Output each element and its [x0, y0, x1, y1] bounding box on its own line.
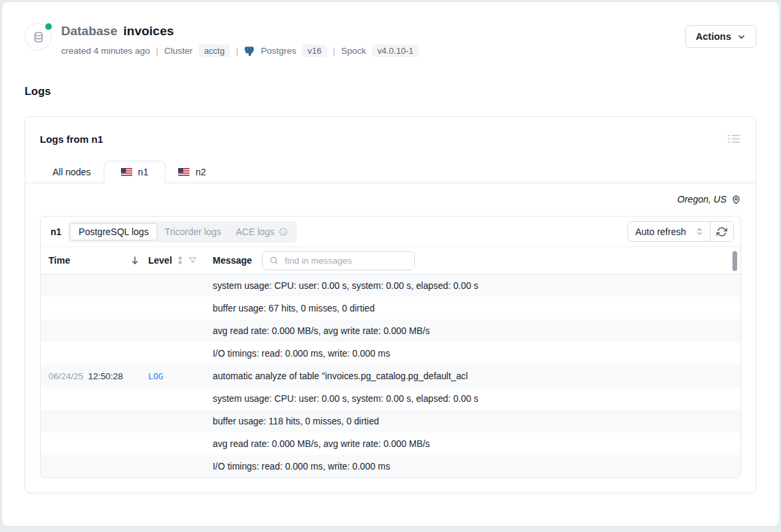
- tab-tricorder-logs[interactable]: Tricorder logs: [158, 223, 229, 240]
- tab-label: All nodes: [53, 167, 91, 177]
- database-icon: [32, 31, 45, 44]
- row-level: LOG: [148, 371, 164, 381]
- info-icon[interactable]: [279, 227, 288, 236]
- search-input[interactable]: [283, 255, 407, 266]
- separator: |: [156, 46, 159, 56]
- section-title: Logs: [25, 85, 779, 98]
- tab-n2[interactable]: n2: [166, 161, 219, 183]
- location-pin-icon: [731, 195, 741, 205]
- refresh-button[interactable]: [711, 222, 733, 241]
- meta-line: created 4 minutes ago | Cluster acctg | …: [61, 44, 419, 57]
- logs-card-header: Logs from n1: [25, 117, 756, 161]
- header-left: Database invoices created 4 minutes ago …: [25, 23, 419, 57]
- spock-label: Spock: [341, 46, 366, 56]
- table-row: system usage: CPU: user: 0.00 s, system:…: [41, 274, 740, 297]
- column-time: Time: [49, 255, 148, 266]
- spock-version-badge: v4.0.10-1: [372, 44, 419, 57]
- search-icon: [269, 256, 279, 265]
- logs-panel: n1 PostgreSQL logs Tricorder logs ACE lo…: [40, 216, 741, 478]
- logs-card: Logs from n1 All nodes: [25, 116, 756, 493]
- refresh-icon: [717, 226, 727, 237]
- sort-desc-icon[interactable]: [131, 256, 139, 265]
- postgres-icon: [244, 45, 256, 57]
- table-row: buffer usage: 67 hits, 0 misses, 0 dirti…: [41, 297, 740, 319]
- row-message: I/O timings: read: 0.000 ms, write: 0.00…: [213, 349, 732, 359]
- select-chevrons-icon: [697, 227, 703, 236]
- entity-type-label: Database: [61, 24, 118, 39]
- separator: |: [333, 46, 336, 56]
- page: Database invoices created 4 minutes ago …: [1, 1, 780, 527]
- node-label: n1: [47, 226, 61, 237]
- scrollbar-thumb[interactable]: [732, 251, 737, 271]
- table-row: buffer usage: 118 hits, 0 misses, 0 dirt…: [41, 410, 740, 432]
- filter-funnel-icon[interactable]: [188, 256, 197, 265]
- message-search: [262, 251, 415, 270]
- entity-name: invoices: [124, 24, 174, 39]
- row-message: buffer usage: 67 hits, 0 misses, 0 dirti…: [213, 304, 732, 313]
- row-message: system usage: CPU: user: 0.00 s, system:…: [213, 394, 732, 404]
- auto-refresh-label: Auto refresh: [635, 226, 686, 237]
- separator: |: [236, 46, 239, 56]
- row-date: 06/24/25: [49, 371, 84, 381]
- tab-label: PostgreSQL logs: [78, 226, 148, 237]
- log-type-tabs: PostgreSQL logs Tricorder logs ACE logs: [68, 221, 297, 242]
- app-header: Database invoices created 4 minutes ago …: [2, 2, 779, 57]
- region-line: Oregon, US: [40, 194, 741, 205]
- column-time-label: Time: [49, 255, 70, 266]
- row-message: avg read rate: 0.000 MB/s, avg write rat…: [213, 439, 732, 449]
- log-list-view-icon[interactable]: [726, 133, 741, 145]
- refresh-controls: Auto refresh: [627, 221, 734, 242]
- row-message: I/O timings: read: 0.000 ms, write: 0.00…: [213, 462, 732, 472]
- tab-ace-logs[interactable]: ACE logs: [229, 223, 295, 240]
- cluster-label: Cluster: [164, 46, 193, 56]
- column-level: Level: [148, 255, 213, 266]
- tab-all-nodes[interactable]: All nodes: [40, 161, 104, 183]
- created-text: created 4 minutes ago: [61, 46, 150, 56]
- postgres-label: Postgres: [261, 46, 296, 56]
- tab-label: n2: [195, 167, 206, 177]
- page-title: Database invoices: [61, 24, 419, 39]
- title-block: Database invoices created 4 minutes ago …: [61, 23, 419, 57]
- status-online-dot: [44, 22, 53, 31]
- table-row: avg read rate: 0.000 MB/s, avg write rat…: [41, 319, 740, 342]
- auto-refresh-select[interactable]: Auto refresh: [628, 222, 711, 241]
- table-row: system usage: CPU: user: 0.00 s, system:…: [41, 387, 740, 410]
- column-message-label: Message: [213, 255, 252, 266]
- row-message: automatic analyze of table "invoices.pg_…: [213, 371, 732, 381]
- us-flag-icon: [121, 168, 132, 176]
- table-body: system usage: CPU: user: 0.00 s, system:…: [41, 274, 740, 478]
- tab-n1[interactable]: n1: [104, 161, 166, 183]
- row-time-cell: 06/24/25 12:50:28: [49, 371, 148, 381]
- row-time: 12:50:28: [88, 371, 124, 381]
- region-label: Oregon, US: [677, 194, 726, 205]
- table-row: I/O timings: read: 0.000 ms, write: 0.00…: [41, 342, 740, 365]
- table-row: I/O timings: read: 0.000 ms, write: 0.00…: [41, 455, 740, 478]
- logs-card-title: Logs from n1: [40, 133, 103, 145]
- tab-postgresql-logs[interactable]: PostgreSQL logs: [70, 223, 157, 240]
- column-message: Message: [213, 251, 732, 270]
- actions-button[interactable]: Actions: [685, 25, 756, 48]
- postgres-version-badge: v16: [302, 44, 327, 57]
- row-message: buffer usage: 118 hits, 0 misses, 0 dirt…: [213, 416, 732, 426]
- table-header: Time Level: [41, 246, 740, 274]
- logs-card-body: Oregon, US n1 PostgreSQL logs: [25, 194, 756, 493]
- tab-label: n1: [138, 167, 149, 177]
- row-message: system usage: CPU: user: 0.00 s, system:…: [213, 281, 732, 291]
- cluster-badge: acctg: [199, 44, 230, 57]
- table-row: avg read rate: 0.000 MB/s, avg write rat…: [41, 432, 740, 455]
- sort-icon[interactable]: [177, 256, 183, 265]
- chevron-down-icon: [737, 33, 746, 41]
- tab-label: ACE logs: [236, 226, 275, 237]
- table-row: 06/24/25 12:50:28 LOG automatic analyze …: [41, 365, 740, 387]
- column-level-label: Level: [148, 255, 172, 266]
- tab-label: Tricorder logs: [165, 226, 221, 237]
- logs-toolbar: n1 PostgreSQL logs Tricorder logs ACE lo…: [41, 217, 740, 246]
- row-level-cell: LOG: [148, 371, 213, 381]
- actions-label: Actions: [696, 31, 731, 42]
- database-avatar: [25, 23, 52, 50]
- logs-table: Time Level: [41, 246, 740, 478]
- row-message: avg read rate: 0.000 MB/s, avg write rat…: [213, 326, 732, 336]
- us-flag-icon: [178, 168, 189, 176]
- node-tabs: All nodes n1: [25, 161, 756, 183]
